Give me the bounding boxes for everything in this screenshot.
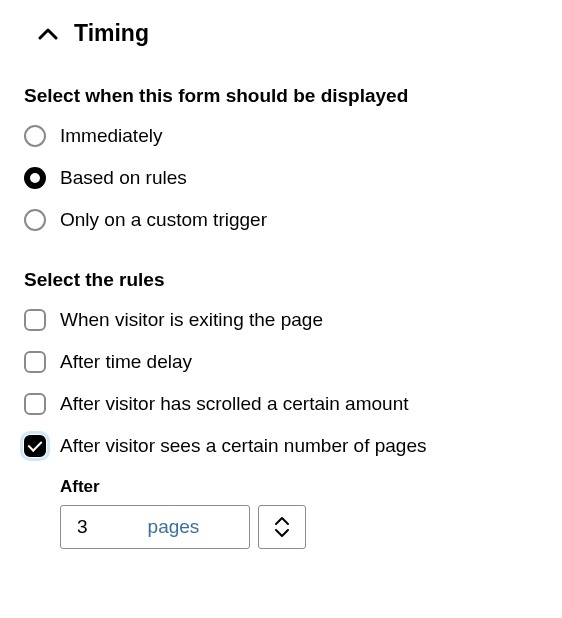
checkbox-option-scrolled[interactable]: After visitor has scrolled a certain amo… xyxy=(24,393,538,415)
chevron-down-icon xyxy=(274,528,290,538)
checkbox-option-exiting[interactable]: When visitor is exiting the page xyxy=(24,309,538,331)
radio-label: Only on a custom trigger xyxy=(60,209,267,231)
chevron-up-icon xyxy=(274,516,290,526)
checkbox-option-pages[interactable]: After visitor sees a certain number of p… xyxy=(24,435,538,457)
radio-option-immediately[interactable]: Immediately xyxy=(24,125,538,147)
pages-value: 3 xyxy=(77,516,88,538)
checkbox-option-time-delay[interactable]: After time delay xyxy=(24,351,538,373)
rules-group-label: Select the rules xyxy=(24,269,538,291)
pages-stepper: 3 pages xyxy=(60,505,538,549)
section-header[interactable]: Timing xyxy=(24,20,538,47)
display-group-label: Select when this form should be displaye… xyxy=(24,85,538,107)
radio-icon xyxy=(24,167,46,189)
checkbox-icon xyxy=(24,309,46,331)
pages-unit: pages xyxy=(148,516,200,538)
pages-rule-label: After xyxy=(60,477,538,497)
checkbox-icon xyxy=(24,435,46,457)
radio-option-based-on-rules[interactable]: Based on rules xyxy=(24,167,538,189)
checkbox-icon xyxy=(24,393,46,415)
radio-icon xyxy=(24,209,46,231)
radio-icon xyxy=(24,125,46,147)
pages-input[interactable]: 3 pages xyxy=(60,505,250,549)
checkbox-label: After time delay xyxy=(60,351,192,373)
checkbox-icon xyxy=(24,351,46,373)
chevron-up-icon xyxy=(38,27,58,41)
radio-label: Immediately xyxy=(60,125,162,147)
stepper-buttons[interactable] xyxy=(258,505,306,549)
pages-rule-block: After 3 pages xyxy=(60,477,538,549)
checkbox-label: After visitor sees a certain number of p… xyxy=(60,435,426,457)
radio-option-custom-trigger[interactable]: Only on a custom trigger xyxy=(24,209,538,231)
section-title: Timing xyxy=(74,20,149,47)
checkbox-label: When visitor is exiting the page xyxy=(60,309,323,331)
radio-label: Based on rules xyxy=(60,167,187,189)
checkbox-label: After visitor has scrolled a certain amo… xyxy=(60,393,409,415)
